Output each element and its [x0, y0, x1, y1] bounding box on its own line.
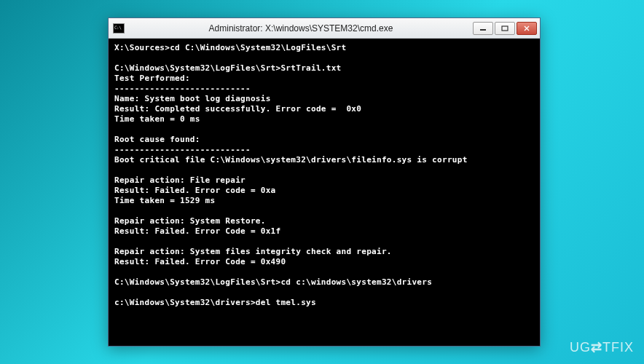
- close-icon: [523, 25, 530, 31]
- watermark: UG⇄TFIX: [570, 339, 634, 355]
- console-line: [114, 288, 534, 298]
- maximize-button[interactable]: [495, 22, 515, 35]
- titlebar[interactable]: Administrator: X:\windows\SYSTEM32\cmd.e…: [109, 18, 540, 39]
- watermark-arrow-icon: ⇄: [591, 340, 602, 355]
- console-line: [114, 165, 534, 175]
- console-line: Result: Failed. Error Code = 0x490: [114, 257, 534, 267]
- console-line: ---------------------------: [114, 84, 534, 94]
- console-line: Result: Failed. Error Code = 0x1f: [114, 226, 534, 237]
- console-line: [114, 237, 534, 247]
- console-line: Repair action: System files integrity ch…: [114, 247, 534, 257]
- console-line: Name: System boot log diagnosis: [114, 94, 534, 104]
- console-line: C:\Windows\System32\LogFiles\Srt>SrtTrai…: [114, 63, 534, 74]
- console-line: Repair action: File repair: [114, 175, 534, 186]
- cmd-icon: [113, 23, 125, 33]
- console-line: Result: Failed. Error code = 0xa: [114, 186, 534, 196]
- close-button[interactable]: [517, 22, 537, 35]
- svg-rect-0: [480, 29, 486, 31]
- window-buttons: [473, 22, 537, 35]
- minimize-icon: [479, 25, 487, 31]
- watermark-prefix: UG: [570, 340, 591, 355]
- console-line: [114, 53, 534, 63]
- console-line: Repair action: System Restore.: [114, 216, 534, 226]
- console-line: c:\Windows\System32\drivers>del tmel.sys: [114, 298, 534, 308]
- svg-rect-1: [502, 26, 508, 31]
- console-line: Boot critical file C:\Windows\system32\d…: [114, 155, 534, 165]
- console-line: Time taken = 1529 ms: [114, 196, 534, 206]
- console-line: Result: Completed successfully. Error co…: [114, 104, 534, 114]
- console-line: Time taken = 0 ms: [114, 114, 534, 124]
- maximize-icon: [501, 25, 508, 31]
- window-title: Administrator: X:\windows\SYSTEM32\cmd.e…: [129, 23, 473, 33]
- watermark-suffix: TFIX: [602, 340, 634, 355]
- minimize-button[interactable]: [473, 22, 493, 35]
- console-line: C:\Windows\System32\LogFiles\Srt>cd c:\w…: [114, 277, 534, 288]
- console-line: [114, 267, 534, 277]
- console-line: X:\Sources>cd C:\Windows\System32\LogFil…: [114, 43, 534, 53]
- console-line: ---------------------------: [114, 145, 534, 155]
- console-line: Test Performed:: [114, 74, 534, 84]
- console-output[interactable]: X:\Sources>cd C:\Windows\System32\LogFil…: [109, 39, 540, 346]
- console-line: [114, 124, 534, 135]
- console-line: Root cause found:: [114, 135, 534, 145]
- cmd-window: Administrator: X:\windows\SYSTEM32\cmd.e…: [108, 17, 541, 347]
- console-line: [114, 206, 534, 216]
